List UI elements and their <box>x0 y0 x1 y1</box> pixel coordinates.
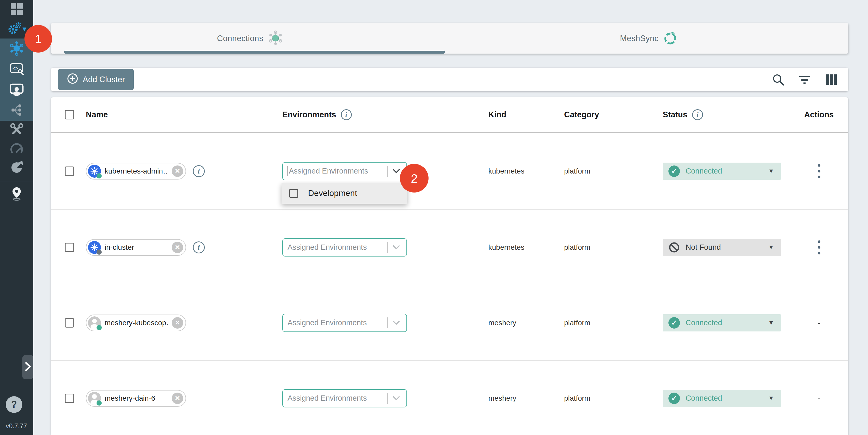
connections-table: Name Environments i Kind Category Status… <box>51 97 848 435</box>
status-dot <box>96 249 102 255</box>
filter-icon[interactable] <box>798 73 811 86</box>
sidebar-item-configuration[interactable] <box>0 121 33 139</box>
sidebar-item-dashboard[interactable] <box>0 0 33 19</box>
row-actions-menu-icon[interactable] <box>818 240 820 254</box>
active-tab-indicator <box>64 51 445 54</box>
category-value: platform <box>564 167 590 175</box>
map-pin-icon <box>9 186 24 202</box>
env-placeholder: Assigned Environments <box>287 243 385 252</box>
info-icon[interactable]: i <box>193 242 205 253</box>
code-window-wrench-icon: <> <box>9 62 25 77</box>
app-version: v0.7.77 <box>6 422 27 430</box>
row-checkbox[interactable] <box>65 318 74 328</box>
info-icon[interactable]: i <box>193 165 205 177</box>
row-actions-menu-icon[interactable] <box>818 164 820 178</box>
status-dropdown[interactable]: ✓ Connected ▼ <box>663 314 781 332</box>
remove-connection-icon[interactable]: ✕ <box>172 242 183 253</box>
sidebar-item-extensions[interactable] <box>0 158 33 177</box>
status-dropdown[interactable]: Not Found ▼ <box>663 239 781 256</box>
sidebar-item-performance[interactable] <box>0 139 33 158</box>
option-checkbox[interactable] <box>289 189 298 198</box>
connection-name-chip[interactable]: meshery-dain-6 ✕ <box>86 390 186 407</box>
select-all-checkbox[interactable] <box>65 110 74 119</box>
assigned-environments-select[interactable]: Assigned Environments <box>282 162 407 180</box>
tab-meshsync[interactable]: MeshSync <box>450 23 848 54</box>
text-cursor <box>287 166 288 176</box>
caret-down-icon[interactable]: ▼ <box>768 395 774 402</box>
person-screen-icon <box>9 82 25 98</box>
connection-name: meshery-dain-6 <box>104 394 168 402</box>
status-dropdown[interactable]: ✓ Connected ▼ <box>663 163 781 180</box>
chevron-down-icon[interactable] <box>393 321 400 325</box>
category-value: platform <box>564 319 590 327</box>
assigned-environments-select[interactable]: Assigned Environments <box>282 389 407 407</box>
status-dot <box>96 325 102 330</box>
svg-text:<>: <> <box>12 66 18 71</box>
check-circle-icon: ✓ <box>669 393 680 404</box>
column-header-environments[interactable]: Environments i <box>282 109 488 120</box>
sidebar-item-workspaces[interactable] <box>0 80 33 100</box>
select-divider <box>387 317 388 328</box>
table-row: in-cluster ✕ i Assigned Environments kub <box>51 210 848 285</box>
chevron-down-icon[interactable] <box>393 169 400 173</box>
crossed-tools-icon <box>9 122 24 138</box>
connections-hub-icon <box>9 40 25 57</box>
caret-down-icon[interactable]: ▼ <box>768 167 774 175</box>
help-button[interactable]: ? <box>6 396 22 413</box>
search-icon[interactable] <box>772 73 785 86</box>
remove-connection-icon[interactable]: ✕ <box>172 165 183 177</box>
info-icon[interactable]: i <box>341 109 352 120</box>
connection-name-chip[interactable]: meshery-kubescop… ✕ <box>86 315 186 331</box>
chevron-right-icon <box>24 361 32 373</box>
connection-name: meshery-kubescop… <box>104 319 168 327</box>
row-checkbox[interactable] <box>65 394 74 403</box>
caret-down-icon[interactable]: ▼ <box>768 319 774 326</box>
status-dot <box>96 400 102 406</box>
dashboard-icon <box>10 2 24 17</box>
column-header-category[interactable]: Category <box>564 110 663 119</box>
table-row: meshery-dain-6 ✕ Assigned Environments m… <box>51 361 848 435</box>
add-cluster-button[interactable]: Add Cluster <box>58 69 134 90</box>
kind-value: kubernetes <box>488 167 525 175</box>
connection-name-chip[interactable]: kubernetes-admin… ✕ <box>86 163 186 180</box>
column-header-kind[interactable]: Kind <box>488 110 564 119</box>
question-mark-icon: ? <box>11 399 17 410</box>
chevron-down-icon[interactable] <box>393 396 400 400</box>
chevron-down-icon: ▾ <box>22 25 26 33</box>
sidebar-item-service-mesh[interactable] <box>0 100 33 121</box>
row-checkbox[interactable] <box>65 243 74 252</box>
speedometer-icon <box>9 142 24 156</box>
avatar-icon <box>88 392 101 405</box>
table-row: meshery-kubescop… ✕ Assigned Environment… <box>51 285 848 361</box>
view-columns-icon[interactable] <box>825 73 838 86</box>
remove-connection-icon[interactable]: ✕ <box>172 393 183 404</box>
assigned-environments-select[interactable]: Assigned Environments <box>282 314 407 332</box>
remove-connection-icon[interactable]: ✕ <box>172 317 183 329</box>
sidebar-item-catalog[interactable] <box>0 184 33 204</box>
sidebar-item-adapters[interactable]: <> <box>0 59 33 80</box>
chevron-down-icon[interactable] <box>393 245 400 249</box>
tab-connections-label: Connections <box>217 34 263 43</box>
connection-name: kubernetes-admin… <box>104 167 168 175</box>
column-header-name[interactable]: Name <box>86 110 282 119</box>
column-header-actions: Actions <box>790 110 848 119</box>
select-divider <box>387 393 388 404</box>
info-icon[interactable]: i <box>692 109 703 120</box>
tab-connections[interactable]: Connections <box>51 23 450 54</box>
env-placeholder: Assigned Environments <box>287 318 385 327</box>
row-checkbox[interactable] <box>65 166 74 176</box>
plus-circle-icon <box>67 73 78 86</box>
caret-down-icon[interactable]: ▼ <box>768 244 774 251</box>
assigned-environments-select[interactable]: Assigned Environments <box>282 238 407 256</box>
pie-facets-icon <box>9 160 24 175</box>
branch-nodes-icon <box>9 103 24 118</box>
connection-name-chip[interactable]: in-cluster ✕ <box>86 239 186 256</box>
environment-option-development[interactable]: Development <box>282 183 407 204</box>
tab-bar: Connections MeshSync <box>51 23 848 54</box>
actions-none: - <box>818 394 820 403</box>
column-header-status[interactable]: Status i <box>663 109 790 120</box>
category-value: platform <box>564 243 590 252</box>
sidebar-expand-button[interactable] <box>22 355 33 379</box>
status-dropdown[interactable]: ✓ Connected ▼ <box>663 390 781 407</box>
avatar-icon <box>88 316 101 330</box>
